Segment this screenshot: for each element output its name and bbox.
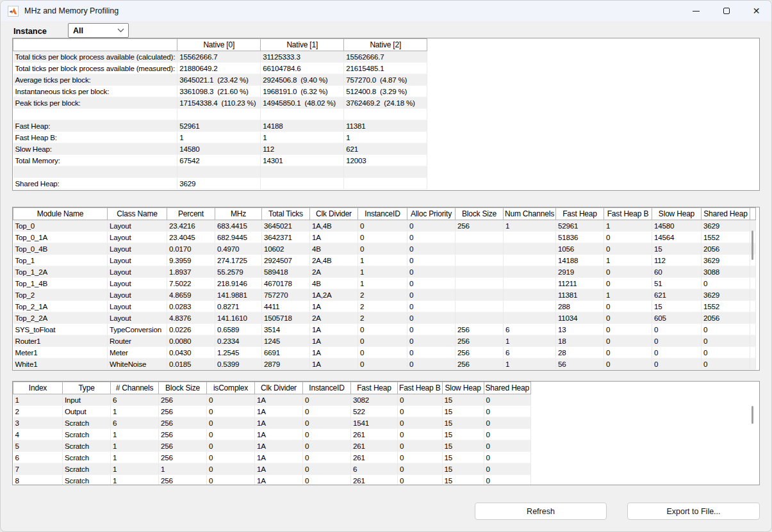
table-cell: Scratch <box>63 440 111 452</box>
table-cell: 1A <box>255 463 303 475</box>
table-row[interactable]: Top_0Layout23.4216683.441536450211A,4B00… <box>13 220 756 232</box>
table-cell: 6691 <box>262 347 310 359</box>
window-title: MHz and Memory Profiling <box>24 6 119 15</box>
table-row[interactable]: 7Scratch1101A060150 <box>13 463 531 475</box>
table-cell <box>750 324 755 335</box>
table-row[interactable]: Top_2_2ALayout4.8376141.161015057182A201… <box>13 312 756 324</box>
table-cell: 0 <box>484 406 531 417</box>
table-row[interactable]: Total Memory:675421430112003 <box>13 155 427 166</box>
table-cell: 12003 <box>344 155 427 166</box>
table-cell: 1056 <box>555 243 604 255</box>
table-cell <box>504 243 556 255</box>
table-row[interactable]: SYS_toFloatTypeConversion0.02260.6589351… <box>13 324 756 335</box>
table-cell: 261 <box>351 475 398 486</box>
table-row[interactable]: 8Scratch125601A02610150 <box>13 475 531 486</box>
table-row[interactable]: Average ticks per block:3645021.1 (23.42… <box>13 74 427 86</box>
table-cell: 0 <box>398 417 443 429</box>
table-cell: 0 <box>358 347 407 359</box>
table-cell: Layout <box>108 255 167 266</box>
table-cell: 757270 <box>262 289 310 301</box>
table-row[interactable]: Top_1_4BLayout7.5022218.914646701784B101… <box>13 278 756 289</box>
table-cell <box>504 312 556 324</box>
table-cell: 256 <box>159 417 207 429</box>
table-row[interactable]: 6Scratch125601A02610150 <box>13 452 531 463</box>
table-row[interactable]: 4Scratch125601A02610150 <box>13 429 531 440</box>
table-row[interactable]: Top_0_4BLayout0.01700.4970106024B0010560… <box>13 243 756 255</box>
table-cell: Top_1_4B <box>13 278 108 289</box>
table-row[interactable]: Meter1Meter0.04301.254566911A00256628000 <box>13 347 756 359</box>
table-row[interactable]: Router1Router0.00800.233412451A002561180… <box>13 335 756 347</box>
table-row[interactable]: Top_1_2ALayout1.893755.25795894182A10291… <box>13 266 756 278</box>
table-row[interactable]: Fast Heap:529611418811381 <box>13 120 427 132</box>
table-cell: 3762469.2 (24.18 %) <box>344 97 427 109</box>
table-row[interactable]: Top_2Layout4.8659141.98817572701A,2A2011… <box>13 289 756 301</box>
instance-dropdown[interactable]: All <box>68 23 129 38</box>
table-cell <box>456 243 504 255</box>
table-cell: 52961 <box>555 220 604 232</box>
table-cell: 15 <box>652 243 701 255</box>
table-cell: 2 <box>358 312 407 324</box>
table-cell: Layout <box>108 266 167 278</box>
minimize-button[interactable] <box>681 1 711 21</box>
table-row[interactable]: 2Output125601A05220150 <box>13 406 531 417</box>
table-cell: Router1 <box>13 335 108 347</box>
table-cell: 15 <box>442 429 484 440</box>
buffer-table: IndexType# ChannelsBlock SizeisComplexCl… <box>13 382 759 485</box>
table-cell: 0 <box>398 429 443 440</box>
table-cell: 66104784.6 <box>261 63 344 74</box>
refresh-button[interactable]: Refresh <box>475 503 607 520</box>
export-to-file-button[interactable]: Export to File... <box>627 503 760 520</box>
table-row[interactable]: Total ticks per block process available … <box>13 63 427 74</box>
table-cell: 2 <box>358 301 407 312</box>
table-row[interactable]: Shared Heap:3629 <box>13 178 427 189</box>
table-cell: 3645021.1 (23.42 %) <box>177 74 261 86</box>
table-cell: Meter1 <box>13 347 108 359</box>
table-cell: 11381 <box>555 289 604 301</box>
close-button[interactable]: ✕ <box>741 1 771 21</box>
table-cell: 0 <box>701 359 750 370</box>
table-cell: 0 <box>407 255 456 266</box>
table-cell: 0 <box>303 452 351 463</box>
table-row[interactable] <box>13 166 427 178</box>
table-row[interactable]: 3Scratch625601A015410150 <box>13 417 531 429</box>
table-cell: 4B <box>310 278 358 289</box>
table-row[interactable]: Top_1Layout9.3959274.172529245072A,4B101… <box>13 255 756 266</box>
table-cell: 522 <box>351 406 398 417</box>
table-row[interactable]: Top_2_1ALayout0.02830.827144111A20288015… <box>13 301 756 312</box>
table-row[interactable]: White1WhiteNoise0.01850.539928791A002561… <box>13 359 756 370</box>
table-cell: 1552 <box>701 232 750 243</box>
table-cell: 256 <box>159 452 207 463</box>
table-row[interactable]: Top_0_1ALayout23.4045682.944536423711A00… <box>13 232 756 243</box>
table-cell: 0 <box>207 452 255 463</box>
table-cell: 621 <box>652 289 701 301</box>
table-cell: 14945850.1 (48.02 %) <box>261 97 344 109</box>
table-cell: 1 <box>111 463 159 475</box>
table-cell: 0.0170 <box>167 243 215 255</box>
table-cell: 15 <box>442 417 484 429</box>
table-row[interactable]: 1Input625601A030820150 <box>13 394 531 406</box>
table-cell: 0 <box>207 406 255 417</box>
table-cell: 15 <box>442 475 484 486</box>
table-cell: 0.6589 <box>215 324 262 335</box>
module-table-scrollbar[interactable] <box>751 230 753 260</box>
table-cell <box>456 301 504 312</box>
table-cell: 0 <box>303 440 351 452</box>
table-cell: 1245 <box>262 335 310 347</box>
table-cell: 0 <box>604 266 652 278</box>
table-row[interactable]: Instantaneous ticks per block:3361098.3 … <box>13 86 427 97</box>
table-cell: 2919 <box>555 266 604 278</box>
column-header: Fast Heap B <box>604 208 652 220</box>
table-row[interactable]: Fast Heap B:111 <box>13 132 427 143</box>
header-row: Module NameClass NamePercentMHzTotal Tic… <box>13 208 756 220</box>
table-cell: 1A <box>310 359 358 370</box>
maximize-button[interactable] <box>711 1 741 21</box>
table-row[interactable]: 5Scratch125601A02610150 <box>13 440 531 452</box>
table-cell <box>750 289 755 301</box>
table-row[interactable]: Slow Heap:14580112621 <box>13 143 427 155</box>
table-row[interactable]: Peak ticks per block:17154338.4 (110.23 … <box>13 97 427 109</box>
buffer-table-scrollbar[interactable] <box>751 406 753 424</box>
table-row[interactable]: Total ticks per block process available … <box>13 51 427 63</box>
table-row[interactable] <box>13 109 427 120</box>
table-cell: 1A,2A <box>310 289 358 301</box>
table-cell <box>261 166 344 178</box>
